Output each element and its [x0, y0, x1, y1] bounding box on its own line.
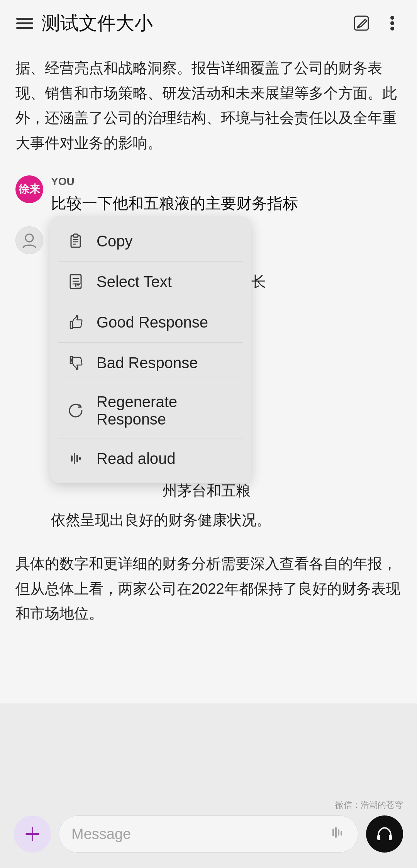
user-info: YOU 比较一下他和五粮液的主要财务指标 — [51, 175, 298, 216]
menu-item-select-text[interactable]: Select Text — [50, 263, 251, 300]
add-button[interactable] — [14, 815, 51, 853]
thumbs-down-icon — [66, 353, 86, 373]
more-icon[interactable] — [381, 12, 403, 34]
svg-point-4 — [390, 16, 394, 20]
voice-input-icon[interactable] — [329, 826, 346, 843]
header-icons — [351, 12, 403, 34]
menu-item-good-response[interactable]: Good Response — [50, 304, 251, 341]
copy-label: Copy — [97, 233, 132, 250]
doc-icon — [66, 272, 86, 292]
divider-1 — [58, 261, 243, 262]
headphone-button[interactable] — [366, 815, 403, 853]
clipboard-icon — [66, 231, 86, 251]
svg-rect-0 — [16, 18, 33, 20]
edit-icon[interactable] — [351, 12, 372, 34]
menu-item-regenerate[interactable]: Regenerate Response — [50, 385, 251, 437]
user-avatar: 徐来 — [15, 175, 43, 203]
refresh-icon — [66, 401, 86, 421]
svg-rect-26 — [332, 829, 334, 836]
divider-5 — [58, 438, 243, 438]
ai-final-text: 具体的数字和更详细的财务分析需要深入查看各自的年报，但从总体上看，两家公司在20… — [15, 551, 402, 626]
menu-item-copy[interactable]: Copy — [50, 223, 251, 260]
good-response-label: Good Response — [97, 314, 208, 331]
ai-partial-text: 据、经营亮点和战略洞察。报告详细覆盖了公司的财务表现、销售和市场策略、研发活动和… — [15, 43, 402, 161]
read-aloud-label: Read aloud — [97, 450, 176, 467]
context-menu[interactable]: Copy Select Text — [50, 216, 251, 483]
bad-response-label: Bad Response — [97, 354, 198, 372]
svg-rect-21 — [74, 453, 75, 464]
svg-rect-29 — [341, 831, 342, 836]
regenerate-label: Regenerate Response — [97, 393, 236, 428]
svg-rect-1 — [16, 22, 33, 24]
watermark: 微信：浩潮的苍穹 — [335, 799, 403, 811]
ai-footer-text: 依然呈现出良好的财务健康状况。 — [51, 508, 402, 533]
select-text-label: Select Text — [97, 273, 172, 290]
svg-rect-23 — [79, 457, 81, 460]
svg-rect-9 — [73, 234, 78, 237]
user-message-row: 徐来 YOU 比较一下他和五粮液的主要财务指标 — [15, 175, 402, 216]
menu-icon[interactable] — [14, 12, 36, 34]
divider-2 — [58, 302, 243, 302]
user-message-text: 比较一下他和五粮液的主要财务指标 — [51, 191, 298, 216]
svg-rect-20 — [71, 455, 73, 462]
ai-avatar — [15, 226, 43, 254]
svg-point-5 — [390, 21, 394, 25]
header: 测试文件大小 — [0, 0, 417, 43]
svg-rect-2 — [16, 27, 33, 29]
message-placeholder: Message — [71, 826, 321, 843]
svg-rect-30 — [377, 835, 380, 840]
menu-item-read-aloud[interactable]: Read aloud — [50, 440, 251, 477]
svg-rect-22 — [76, 455, 78, 462]
user-label: YOU — [51, 175, 298, 188]
bottom-bar: Message — [0, 808, 417, 868]
thumbs-up-icon — [66, 312, 86, 332]
svg-rect-31 — [389, 835, 392, 840]
divider-4 — [58, 383, 243, 383]
svg-point-6 — [390, 27, 394, 31]
svg-rect-28 — [338, 829, 339, 836]
svg-point-7 — [25, 234, 33, 242]
page-title: 测试文件大小 — [42, 11, 351, 36]
voice-icon — [66, 448, 86, 469]
divider-3 — [58, 342, 243, 343]
message-input[interactable]: Message — [59, 815, 358, 853]
svg-rect-27 — [335, 827, 337, 838]
menu-item-bad-response[interactable]: Bad Response — [50, 344, 251, 381]
